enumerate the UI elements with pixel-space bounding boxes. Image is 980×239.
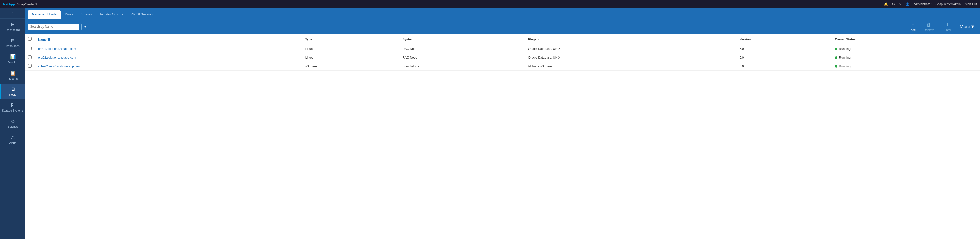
status-text: Running — [839, 47, 851, 51]
add-label: Add — [910, 28, 916, 32]
row-name-cell: ora01.solutions.netapp.com — [35, 44, 302, 53]
table-header-row: Name ⇅ Type System Plug-in Version Overa… — [25, 35, 980, 44]
sidebar-item-label: Resources — [6, 44, 19, 48]
submit-label: Submit — [943, 28, 951, 32]
table-body: ora01.solutions.netapp.com Linux RAC Nod… — [25, 44, 980, 71]
sidebar-item-hosts[interactable]: 🖥 Hosts — [0, 84, 25, 100]
tab-shares[interactable]: Shares — [77, 10, 96, 19]
sidebar-item-storage-systems[interactable]: 🗄 Storage Systems — [0, 100, 25, 116]
row-checkbox[interactable] — [28, 64, 32, 68]
row-status-cell: Running — [832, 62, 980, 71]
tab-iscsi-session[interactable]: iSCSI Session — [127, 10, 157, 19]
signout-link[interactable]: Sign Out — [965, 2, 977, 6]
more-label: More▼ — [960, 24, 975, 30]
bell-icon[interactable]: 🔔 — [884, 2, 888, 6]
table-area: Name ⇅ Type System Plug-in Version Overa… — [25, 35, 980, 239]
row-version-cell: 6.0 — [737, 62, 832, 71]
status-text: Running — [839, 56, 851, 59]
sidebar-item-monitor[interactable]: 📊 Monitor — [0, 51, 25, 67]
sidebar: ‹ ⊞ Dashboard ⊟ Resources 📊 Monitor 📋 Re… — [0, 8, 25, 239]
sidebar-item-alerts[interactable]: ⚠ Alerts — [0, 131, 25, 148]
host-name-link[interactable]: ora02.solutions.netapp.com — [38, 56, 76, 59]
tab-initiator-groups[interactable]: Initiator Groups — [96, 10, 127, 19]
name-col-header[interactable]: Name ⇅ — [35, 35, 302, 44]
top-bar-left: NetApp SnapCenter® — [3, 2, 37, 6]
status-running: Running — [835, 47, 977, 51]
more-button[interactable]: More▼ — [958, 23, 977, 30]
row-system-cell: RAC Node — [399, 53, 525, 62]
row-plugin-cell: Oracle Database, UNIX — [525, 53, 736, 62]
sidebar-item-settings[interactable]: ⚙ Settings — [0, 116, 25, 131]
plugin-col-header: Plug-in — [525, 35, 736, 44]
user-icon: 👤 — [905, 2, 910, 6]
top-bar-right: 🔔 ✉ ? 👤 administrator SnapCenterAdmin Si… — [884, 2, 977, 6]
row-version-cell: 6.0 — [737, 44, 832, 53]
system-col-header: System — [399, 35, 525, 44]
status-dot — [835, 47, 837, 50]
dashboard-icon: ⊞ — [11, 22, 15, 27]
remove-icon: 🗑 — [927, 22, 931, 28]
row-status-cell: Running — [832, 44, 980, 53]
mail-icon[interactable]: ✉ — [892, 2, 895, 6]
search-box[interactable] — [28, 24, 79, 30]
row-type-cell: Linux — [302, 44, 399, 53]
select-all-checkbox[interactable] — [28, 37, 32, 41]
version-col-header: Version — [737, 35, 832, 44]
resources-icon: ⊟ — [11, 38, 15, 43]
monitor-icon: 📊 — [10, 54, 16, 60]
hosts-table: Name ⇅ Type System Plug-in Version Overa… — [25, 35, 980, 71]
sidebar-item-label: Hosts — [9, 93, 16, 97]
table-row: ora01.solutions.netapp.com Linux RAC Nod… — [25, 44, 980, 53]
row-name-cell: ora02.solutions.netapp.com — [35, 53, 302, 62]
submit-button[interactable]: ⬆ Submit — [940, 21, 953, 32]
filter-button[interactable]: ▼ — [81, 24, 89, 30]
status-text: Running — [839, 65, 851, 68]
status-running: Running — [835, 56, 977, 59]
row-plugin-cell: Oracle Database, UNIX — [525, 44, 736, 53]
row-check-cell — [25, 44, 35, 53]
row-version-cell: 6.0 — [737, 53, 832, 62]
tabs-bar: Managed Hosts Disks Shares Initiator Gro… — [25, 8, 980, 19]
add-button[interactable]: + Add — [908, 21, 918, 32]
tab-managed-hosts[interactable]: Managed Hosts — [28, 10, 61, 19]
search-input[interactable] — [30, 25, 77, 28]
username[interactable]: administrator — [913, 2, 931, 6]
table-row: vcf-w01-scv6.sddc.netapp.com vSphere Sta… — [25, 62, 980, 71]
host-name-link[interactable]: ora01.solutions.netapp.com — [38, 47, 76, 51]
row-checkbox[interactable] — [28, 55, 32, 59]
help-icon[interactable]: ? — [899, 2, 902, 6]
sidebar-item-dashboard[interactable]: ⊞ Dashboard — [0, 19, 25, 35]
status-dot — [835, 65, 837, 68]
remove-button[interactable]: 🗑 Remove — [922, 21, 937, 32]
sidebar-item-label: Settings — [8, 125, 18, 128]
host-name-link[interactable]: vcf-w01-scv6.sddc.netapp.com — [38, 65, 81, 68]
status-dot — [835, 56, 837, 59]
row-check-cell — [25, 53, 35, 62]
netapp-logo: NetApp — [3, 2, 15, 6]
content-area: Managed Hosts Disks Shares Initiator Gro… — [25, 8, 980, 239]
sidebar-item-label: Storage Systems — [2, 109, 24, 112]
sidebar-item-resources[interactable]: ⊟ Resources — [0, 35, 25, 51]
remove-label: Remove — [924, 28, 934, 32]
sidebar-item-reports[interactable]: 📋 Reports — [0, 67, 25, 84]
add-icon: + — [912, 22, 915, 28]
status-running: Running — [835, 65, 977, 68]
storage-systems-icon: 🗄 — [11, 103, 15, 108]
sort-icon: ⇅ — [48, 37, 51, 41]
select-all-col — [25, 35, 35, 44]
hosts-icon: 🖥 — [11, 87, 15, 92]
row-checkbox[interactable] — [28, 46, 32, 50]
sidebar-toggle[interactable]: ‹ — [0, 8, 25, 19]
row-system-cell: RAC Node — [399, 44, 525, 53]
app-name: SnapCenterAdmin — [935, 2, 961, 6]
settings-icon: ⚙ — [11, 119, 15, 124]
toolbar: ▼ + Add 🗑 Remove ⬆ Submit More▼ — [25, 19, 980, 35]
sidebar-item-label: Dashboard — [6, 28, 20, 32]
row-system-cell: Stand-alone — [399, 62, 525, 71]
top-bar: NetApp SnapCenter® 🔔 ✉ ? 👤 administrator… — [0, 0, 980, 8]
row-type-cell: vSphere — [302, 62, 399, 71]
tab-disks[interactable]: Disks — [61, 10, 77, 19]
row-check-cell — [25, 62, 35, 71]
app-brand: SnapCenter® — [17, 2, 37, 6]
row-status-cell: Running — [832, 53, 980, 62]
